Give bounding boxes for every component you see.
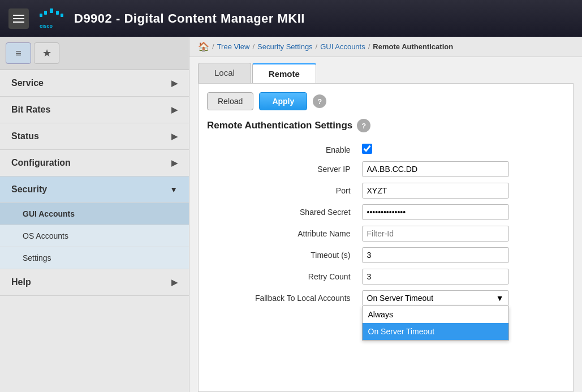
sidebar-item-label: Security [11,184,47,195]
sidebar-item-bit-rates[interactable]: Bit Rates ▶ [0,97,189,123]
svg-rect-2 [56,11,59,15]
section-title: Remote Authentication Settings ? [207,119,564,132]
svg-text:cisco: cisco [40,23,53,29]
breadcrumb-sep: / [212,42,214,51]
table-row: Enable [207,141,564,158]
chevron-right-icon: ▶ [171,158,178,167]
favorites-button[interactable]: ★ [34,42,59,64]
sidebar-sub-item-label: OS Accounts [23,231,68,240]
field-label-fallback: Fallback To Local Accounts [207,287,357,309]
app-header: cisco D9902 - Digital Content Manager MK… [0,0,582,37]
sidebar-item-label: Help [11,277,31,287]
server-ip-input[interactable] [362,161,509,177]
shared-secret-input[interactable] [362,204,509,220]
table-row: Attribute Name [207,223,564,244]
field-label-shared-secret: Shared Secret [207,201,357,223]
tab-remote[interactable]: Remote [252,63,316,83]
form-table: Enable Server IP Port [207,141,564,309]
sidebar-sub-item-label: GUI Accounts [23,209,75,218]
timeout-input[interactable] [362,247,509,263]
field-input-port [357,180,564,201]
fallback-dropdown-options: Always On Server Timeout [362,306,509,341]
breadcrumb-security-settings[interactable]: Security Settings [257,42,313,51]
help-icon[interactable]: ? [313,94,326,108]
breadcrumb-sep: / [368,42,370,51]
breadcrumb: 🏠 / Tree View / Security Settings / GUI … [189,37,582,57]
form-area: Reload Apply ? Remote Authentication Set… [198,83,574,392]
table-row: Retry Count [207,266,564,287]
section-help-icon[interactable]: ? [357,119,370,132]
field-label-server-ip: Server IP [207,158,357,180]
hamburger-button[interactable] [8,8,29,29]
sidebar-item-service[interactable]: Service ▶ [0,70,189,97]
sidebar-item-label: Configuration [11,158,71,168]
fallback-current-value: On Server Timeout [367,294,434,303]
field-label-attribute-name: Attribute Name [207,223,357,244]
sidebar-item-configuration[interactable]: Configuration ▶ [0,150,189,176]
chevron-right-icon: ▶ [171,79,178,88]
field-input-shared-secret [357,201,564,223]
field-input-retry-count [357,266,564,287]
reload-button[interactable]: Reload [207,92,253,110]
dropdown-option-on-server-timeout[interactable]: On Server Timeout [363,323,508,340]
breadcrumb-tree-view[interactable]: Tree View [217,42,250,51]
retry-count-input[interactable] [362,269,509,285]
breadcrumb-gui-accounts[interactable]: GUI Accounts [320,42,365,51]
field-label-retry-count: Retry Count [207,266,357,287]
sidebar-item-label: Bit Rates [11,105,50,115]
svg-rect-4 [61,14,63,17]
main-container: ≡ ★ Service ▶ Bit Rates ▶ Status ▶ Confi… [0,37,582,392]
field-label-enable: Enable [207,141,357,158]
list-view-button[interactable]: ≡ [6,42,31,64]
attribute-name-input[interactable] [362,226,509,242]
field-input-enable [357,141,564,158]
table-row: Timeout (s) [207,244,564,266]
table-row: Port [207,180,564,201]
sidebar-sub-item-os-accounts[interactable]: OS Accounts [0,225,189,247]
table-row: Fallback To Local Accounts On Server Tim… [207,287,564,309]
fallback-dropdown-trigger[interactable]: On Server Timeout ▼ [362,290,509,306]
svg-rect-3 [40,14,42,17]
table-row: Server IP [207,158,564,180]
content-area: 🏠 / Tree View / Security Settings / GUI … [189,37,582,392]
fallback-dropdown[interactable]: On Server Timeout ▼ Always On Server Tim… [362,290,509,306]
dropdown-arrow-icon: ▼ [496,294,504,303]
breadcrumb-sep: / [252,42,255,51]
field-label-timeout: Timeout (s) [207,244,357,266]
chevron-right-icon: ▶ [171,132,178,141]
field-input-server-ip [357,158,564,180]
chevron-right-icon: ▶ [171,278,178,287]
field-input-fallback: On Server Timeout ▼ Always On Server Tim… [357,287,564,309]
sidebar-sub-item-label: Settings [23,253,51,262]
cisco-logo: cisco [37,7,66,30]
sidebar-item-label: Service [11,78,44,88]
enable-checkbox[interactable] [362,144,372,154]
breadcrumb-sep: / [316,42,318,51]
app-title: D9902 - Digital Content Manager MKII [74,11,305,26]
svg-rect-1 [44,11,47,15]
action-bar: Reload Apply ? [207,92,564,110]
home-icon[interactable]: 🏠 [198,41,209,52]
sidebar-sub-item-settings[interactable]: Settings [0,247,189,269]
sidebar-item-security[interactable]: Security ▼ [0,176,189,203]
port-input[interactable] [362,183,509,199]
tab-bar: Local Remote [189,57,582,83]
svg-rect-0 [50,8,53,13]
field-label-port: Port [207,180,357,201]
sidebar-top-buttons: ≡ ★ [0,37,189,70]
tab-local[interactable]: Local [198,63,251,83]
sidebar-item-label: Status [11,131,39,141]
field-input-timeout [357,244,564,266]
apply-button[interactable]: Apply [259,92,307,110]
field-input-attribute-name [357,223,564,244]
sidebar-sub-item-gui-accounts[interactable]: GUI Accounts [0,203,189,225]
dropdown-option-always[interactable]: Always [363,306,508,323]
chevron-right-icon: ▶ [171,105,178,114]
sidebar-item-help[interactable]: Help ▶ [0,269,189,296]
sidebar-item-status[interactable]: Status ▶ [0,123,189,150]
sidebar: ≡ ★ Service ▶ Bit Rates ▶ Status ▶ Confi… [0,37,189,392]
table-row: Shared Secret [207,201,564,223]
chevron-down-icon: ▼ [170,185,178,194]
breadcrumb-current: Remote Authentication [373,42,453,51]
